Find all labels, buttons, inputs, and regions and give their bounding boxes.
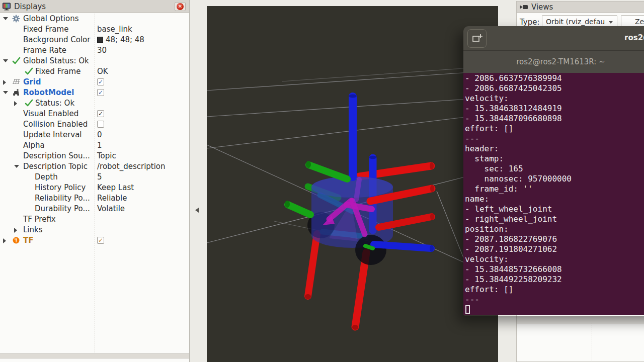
terminal-tab-title: ros2@ros2-TM1613R: ~ (463, 57, 644, 66)
terminal-line-14: - left_wheel_joint (465, 204, 644, 214)
row-description-source-value[interactable]: Topic (97, 151, 116, 160)
row-frame-rate-value[interactable]: 30 (97, 46, 107, 55)
terminal-line-23: --- (465, 295, 644, 305)
row-fixed-frame-status-label: Fixed Frame (35, 67, 80, 76)
left-wheel-axis-red (308, 234, 317, 296)
views-type-label: Type: (520, 18, 540, 27)
scene-3d (207, 6, 498, 362)
base-frame-blue-axis-cap (349, 95, 357, 98)
views-list-header-band (517, 316, 644, 324)
row-update-interval-label: Update Interval (23, 130, 82, 139)
row-collision-enabled-checkbox[interactable] (97, 121, 104, 128)
terminal-line-15: - right_wheel_joint (465, 214, 644, 224)
terminal-cursor (465, 305, 470, 314)
grid-icon (12, 78, 21, 86)
row-durability-policy-value[interactable]: Volatile (97, 204, 125, 213)
terminal-tab[interactable]: ros2@ros2-TM1613R: ~ (463, 51, 644, 73)
terminal-line-5: - 15.384487096680898 (465, 114, 644, 124)
row-background-color-label: Background Color (23, 35, 90, 44)
terminal-line-16: position: (465, 224, 644, 234)
terminal-headerbar: ros2@ros2-TM1613R: ~ (463, 26, 644, 51)
row-fixed-frame-status-value[interactable]: OK (97, 67, 108, 76)
terminal-output[interactable]: - 2086.6637576389994- 2086.6687425042305… (463, 73, 644, 315)
row-description-source-label: Description Sou... (23, 151, 90, 160)
terminal-line-8: header: (465, 144, 644, 154)
terminal-line-3: velocity: (465, 94, 644, 104)
expander-down-icon[interactable] (3, 59, 8, 62)
render-viewport[interactable] (207, 6, 498, 362)
tf-arrow-up-streak (356, 179, 359, 200)
terminal-line-2: - 2086.6687425042305 (465, 83, 644, 94)
displays-footer-band (0, 353, 189, 358)
row-background-color-value[interactable]: 48; 48; 48 (97, 35, 144, 44)
right-wheel (355, 235, 386, 265)
row-update-interval-value[interactable]: 0 (97, 130, 102, 139)
row-grid-checkbox[interactable]: ✓ (97, 78, 104, 85)
row-global-status-label: Global Status: Ok (23, 56, 89, 65)
tree-column-divider (95, 14, 95, 353)
mid-frame-blue-axis-cap (369, 156, 377, 159)
row-robotmodel-checkbox[interactable]: ✓ (97, 89, 104, 96)
new-tab-icon (468, 30, 486, 47)
expander-down-icon[interactable] (14, 165, 19, 168)
row-fixed-frame-label: Fixed Frame (23, 25, 68, 34)
expander-down-icon[interactable] (3, 17, 8, 20)
row-reliability-policy-value[interactable]: Reliable (97, 194, 127, 203)
terminal-line-4: - 15.384638312484919 (465, 104, 644, 114)
row-status-ok-label: Status: Ok (35, 99, 74, 108)
panel-collapse-handle[interactable] (195, 208, 199, 213)
left-frame-green-axis (288, 205, 310, 215)
tf-icon (12, 236, 21, 245)
views-titlebar: Views (517, 2, 644, 13)
row-reliability-policy-label: Reliability Po... (35, 194, 90, 203)
terminal-window[interactable]: ros2@ros2-TM1613R: ~ ros2@ros2-TM1613R: … (463, 26, 644, 316)
check-icon (25, 99, 33, 108)
close-icon: ✕ (177, 3, 184, 10)
terminal-line-7: --- (465, 134, 644, 144)
terminal-line-13: name: (465, 194, 644, 204)
expander-right-icon[interactable] (14, 101, 17, 106)
terminal-line-20: - 15.384485732666008 (465, 264, 644, 275)
new-tab-button[interactable] (467, 29, 487, 48)
row-fixed-frame-value[interactable]: base_link (97, 25, 132, 34)
views-panel-title: Views (531, 3, 553, 12)
grid-line-row-1 (207, 70, 498, 90)
row-description-topic-label: Description Topic (23, 162, 88, 171)
terminal-line-9: stamp: (465, 154, 644, 164)
row-durability-policy-label: Durability Po... (35, 204, 90, 213)
lower-frame-red-axis-cap (430, 213, 434, 220)
row-robotmodel-label: RobotModel (23, 88, 74, 97)
terminal-tabbar: ros2@ros2-TM1613R: ~ (463, 51, 644, 73)
left-wheel-axis-red-cap (305, 294, 311, 299)
views-list-divider (592, 323, 592, 362)
mid-frame-red-axis-cap (430, 185, 434, 192)
expander-right-icon[interactable] (3, 238, 6, 243)
terminal-line-6: effort: [] (465, 124, 644, 134)
row-alpha-value[interactable]: 1 (97, 141, 102, 150)
terminal-line-10: sec: 165 (465, 164, 644, 174)
terminal-line-1: - 2086.6637576389994 (465, 73, 644, 83)
terminal-line-11: nanosec: 957000000 (465, 174, 644, 184)
displays-close-button[interactable]: ✕ (175, 2, 186, 11)
row-depth-value[interactable]: 5 (97, 172, 102, 182)
row-tf-prefix-label: TF Prefix (23, 215, 56, 224)
color-swatch (97, 37, 103, 43)
row-depth-label: Depth (35, 172, 58, 182)
displays-panel-icon (2, 2, 11, 11)
expander-right-icon[interactable] (3, 80, 6, 85)
row-visual-enabled-checkbox[interactable]: ✓ (97, 110, 104, 117)
terminal-line-17: - 2087.186822769076 (465, 234, 644, 244)
robot-icon (12, 88, 21, 97)
row-description-topic-value[interactable]: /robot_description (97, 162, 166, 171)
right-wheel-green-stub (365, 246, 373, 248)
base-frame-green-axis (309, 165, 347, 179)
expander-right-icon[interactable] (14, 228, 17, 233)
right-wheel-blue-axis-cap (430, 245, 434, 252)
terminal-line-21: - 15.384492258209232 (465, 275, 644, 285)
row-tf-checkbox[interactable]: ✓ (97, 237, 104, 244)
row-history-policy-label: History Policy (35, 183, 86, 192)
left-frame-green-axis-cap (285, 201, 290, 208)
expander-down-icon[interactable] (3, 91, 8, 94)
row-history-policy-value[interactable]: Keep Last (97, 183, 134, 192)
terminal-line-22: effort: [] (465, 285, 644, 295)
